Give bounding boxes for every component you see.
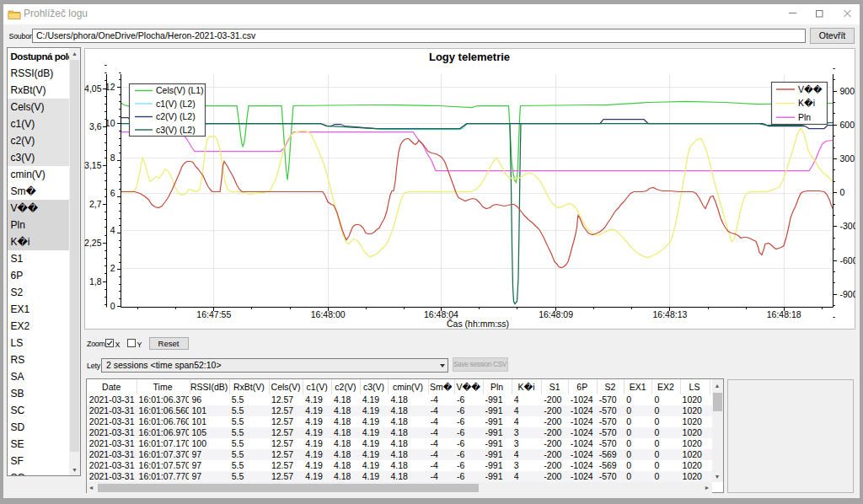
svg-text:12: 12 — [105, 82, 115, 92]
svg-text:900: 900 — [840, 86, 855, 96]
svg-text:16:48:04: 16:48:04 — [424, 309, 458, 319]
svg-text:c1(V) (L2): c1(V) (L2) — [156, 99, 196, 109]
svg-text:3,15: 3,15 — [84, 160, 102, 170]
svg-text:16:48:13: 16:48:13 — [652, 309, 687, 319]
svg-text:Logy telemetrie: Logy telemetrie — [429, 51, 510, 63]
svg-text:1,8: 1,8 — [89, 276, 102, 287]
svg-text:2: 2 — [110, 263, 115, 273]
svg-text:8: 8 — [110, 153, 115, 163]
svg-text:-300: -300 — [840, 221, 856, 231]
svg-text:c3(V) (L2): c3(V) (L2) — [156, 125, 196, 135]
svg-text:K�i: K�i — [798, 98, 815, 108]
svg-text:Pln: Pln — [798, 112, 811, 122]
svg-text:2,25: 2,25 — [84, 238, 102, 248]
svg-text:0: 0 — [840, 187, 845, 197]
svg-text:2,7: 2,7 — [89, 199, 102, 209]
svg-text:16:48:09: 16:48:09 — [539, 309, 573, 319]
svg-text:-900: -900 — [840, 289, 856, 299]
svg-text:300: 300 — [840, 153, 855, 164]
svg-text:c2(V) (L2): c2(V) (L2) — [156, 111, 196, 121]
svg-text:Čas (hh:mm:ss): Čas (hh:mm:ss) — [447, 319, 509, 329]
svg-text:0: 0 — [110, 301, 115, 311]
svg-text:10: 10 — [105, 118, 115, 128]
svg-text:Cels(V) (L1): Cels(V) (L1) — [156, 85, 204, 95]
svg-text:16:47:55: 16:47:55 — [196, 309, 231, 319]
svg-text:4: 4 — [110, 225, 115, 235]
svg-text:V��: V�� — [798, 84, 823, 94]
svg-text:-600: -600 — [840, 255, 856, 265]
svg-text:16:48:00: 16:48:00 — [311, 309, 346, 319]
svg-text:6: 6 — [110, 188, 115, 198]
svg-text:4,05: 4,05 — [84, 83, 102, 94]
svg-text:3,6: 3,6 — [89, 121, 102, 131]
svg-text:16:48:18: 16:48:18 — [767, 309, 801, 319]
svg-text:600: 600 — [840, 120, 855, 130]
